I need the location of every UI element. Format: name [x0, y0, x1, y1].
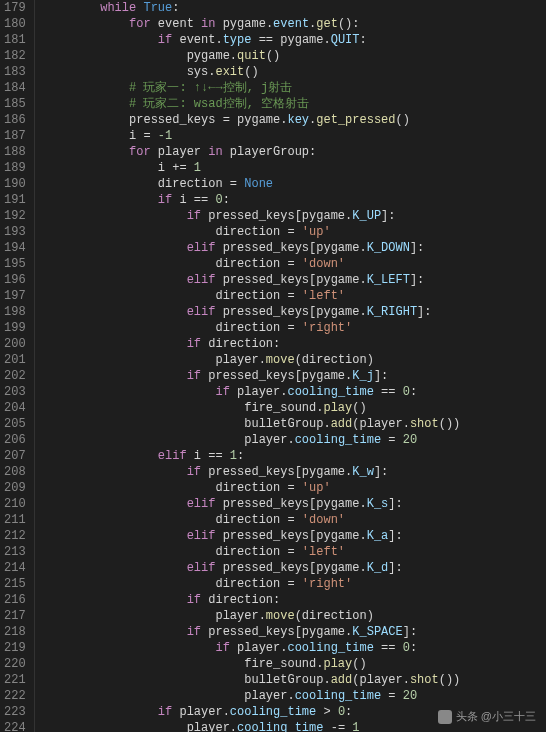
code-line[interactable]: direction = 'left': [43, 288, 461, 304]
line-number: 213: [4, 544, 26, 560]
line-number: 224: [4, 720, 26, 732]
line-number: 180: [4, 16, 26, 32]
code-line[interactable]: player.cooling_time = 20: [43, 688, 461, 704]
code-line[interactable]: direction = None: [43, 176, 461, 192]
code-line[interactable]: elif pressed_keys[pygame.K_s]:: [43, 496, 461, 512]
line-number: 185: [4, 96, 26, 112]
line-number: 193: [4, 224, 26, 240]
code-line[interactable]: if pressed_keys[pygame.K_UP]:: [43, 208, 461, 224]
line-number: 218: [4, 624, 26, 640]
code-line[interactable]: player.move(direction): [43, 352, 461, 368]
line-number: 222: [4, 688, 26, 704]
line-number: 181: [4, 32, 26, 48]
code-line[interactable]: if direction:: [43, 336, 461, 352]
code-line[interactable]: if player.cooling_time == 0:: [43, 640, 461, 656]
code-line[interactable]: elif pressed_keys[pygame.K_RIGHT]:: [43, 304, 461, 320]
code-line[interactable]: while True:: [43, 0, 461, 16]
code-line[interactable]: elif pressed_keys[pygame.K_a]:: [43, 528, 461, 544]
code-line[interactable]: # 玩家二: wsad控制, 空格射击: [43, 96, 461, 112]
watermark-icon: [438, 710, 452, 724]
code-line[interactable]: direction = 'right': [43, 320, 461, 336]
code-line[interactable]: if pressed_keys[pygame.K_SPACE]:: [43, 624, 461, 640]
code-line[interactable]: if direction:: [43, 592, 461, 608]
line-number: 199: [4, 320, 26, 336]
line-number: 219: [4, 640, 26, 656]
line-number: 203: [4, 384, 26, 400]
line-number: 205: [4, 416, 26, 432]
code-line[interactable]: pygame.quit(): [43, 48, 461, 64]
code-line[interactable]: i += 1: [43, 160, 461, 176]
line-number: 179: [4, 0, 26, 16]
line-number: 210: [4, 496, 26, 512]
code-line[interactable]: if i == 0:: [43, 192, 461, 208]
code-line[interactable]: fire_sound.play(): [43, 656, 461, 672]
line-number: 196: [4, 272, 26, 288]
line-number: 201: [4, 352, 26, 368]
code-line[interactable]: direction = 'left': [43, 544, 461, 560]
code-line[interactable]: pressed_keys = pygame.key.get_pressed(): [43, 112, 461, 128]
line-number: 211: [4, 512, 26, 528]
line-number: 188: [4, 144, 26, 160]
line-number: 187: [4, 128, 26, 144]
line-number: 206: [4, 432, 26, 448]
line-number: 209: [4, 480, 26, 496]
code-line[interactable]: player.cooling_time -= 1: [43, 720, 461, 732]
line-number: 198: [4, 304, 26, 320]
code-line[interactable]: if player.cooling_time > 0:: [43, 704, 461, 720]
code-line[interactable]: bulletGroup.add(player.shot()): [43, 416, 461, 432]
code-line[interactable]: # 玩家一: ↑↓←→控制, j射击: [43, 80, 461, 96]
code-line[interactable]: if pressed_keys[pygame.K_w]:: [43, 464, 461, 480]
code-line[interactable]: if player.cooling_time == 0:: [43, 384, 461, 400]
line-number: 208: [4, 464, 26, 480]
line-number-gutter: 1791801811821831841851861871881891901911…: [0, 0, 35, 732]
line-number: 190: [4, 176, 26, 192]
line-number: 220: [4, 656, 26, 672]
line-number: 184: [4, 80, 26, 96]
code-line[interactable]: direction = 'down': [43, 256, 461, 272]
line-number: 183: [4, 64, 26, 80]
code-line[interactable]: for player in playerGroup:: [43, 144, 461, 160]
line-number: 186: [4, 112, 26, 128]
line-number: 207: [4, 448, 26, 464]
line-number: 212: [4, 528, 26, 544]
code-line[interactable]: direction = 'down': [43, 512, 461, 528]
code-line[interactable]: direction = 'right': [43, 576, 461, 592]
line-number: 217: [4, 608, 26, 624]
code-line[interactable]: elif pressed_keys[pygame.K_LEFT]:: [43, 272, 461, 288]
code-editor[interactable]: 1791801811821831841851861871881891901911…: [0, 0, 546, 732]
line-number: 200: [4, 336, 26, 352]
line-number: 204: [4, 400, 26, 416]
code-line[interactable]: elif pressed_keys[pygame.K_DOWN]:: [43, 240, 461, 256]
line-number: 197: [4, 288, 26, 304]
line-number: 223: [4, 704, 26, 720]
code-line[interactable]: player.move(direction): [43, 608, 461, 624]
code-line[interactable]: fire_sound.play(): [43, 400, 461, 416]
line-number: 191: [4, 192, 26, 208]
line-number: 195: [4, 256, 26, 272]
line-number: 182: [4, 48, 26, 64]
line-number: 192: [4, 208, 26, 224]
line-number: 189: [4, 160, 26, 176]
line-number: 214: [4, 560, 26, 576]
code-line[interactable]: direction = 'up': [43, 480, 461, 496]
line-number: 216: [4, 592, 26, 608]
code-line[interactable]: elif i == 1:: [43, 448, 461, 464]
watermark: 头条 @小三十三: [438, 708, 536, 724]
code-line[interactable]: direction = 'up': [43, 224, 461, 240]
code-line[interactable]: if pressed_keys[pygame.K_j]:: [43, 368, 461, 384]
code-line[interactable]: for event in pygame.event.get():: [43, 16, 461, 32]
code-line[interactable]: sys.exit(): [43, 64, 461, 80]
line-number: 194: [4, 240, 26, 256]
code-line[interactable]: if event.type == pygame.QUIT:: [43, 32, 461, 48]
line-number: 221: [4, 672, 26, 688]
code-line[interactable]: elif pressed_keys[pygame.K_d]:: [43, 560, 461, 576]
watermark-text: 头条 @小三十三: [456, 710, 536, 722]
line-number: 202: [4, 368, 26, 384]
line-number: 215: [4, 576, 26, 592]
code-area[interactable]: while True: for event in pygame.event.ge…: [35, 0, 461, 732]
code-line[interactable]: i = -1: [43, 128, 461, 144]
code-line[interactable]: bulletGroup.add(player.shot()): [43, 672, 461, 688]
code-line[interactable]: player.cooling_time = 20: [43, 432, 461, 448]
